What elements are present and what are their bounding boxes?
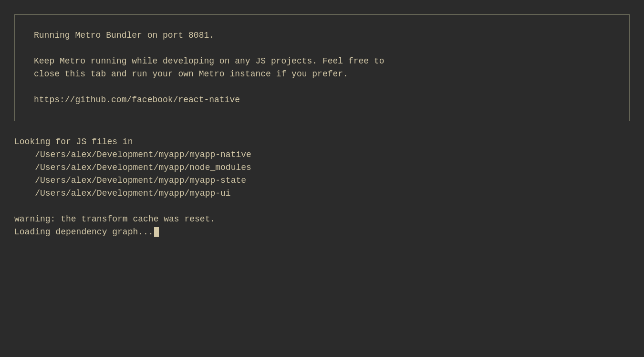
output-section: Looking for JS files in /Users/alex/Deve… xyxy=(14,136,630,239)
path-line-1: /Users/alex/Development/myapp/myapp-nati… xyxy=(14,148,630,161)
banner-spacer-2 xyxy=(34,81,610,94)
path-line-2: /Users/alex/Development/myapp/node_modul… xyxy=(14,161,630,174)
banner-line-1: Running Metro Bundler on port 8081. xyxy=(34,29,610,42)
banner-line-4: https://github.com/facebook/react-native xyxy=(34,94,610,106)
output-spacer xyxy=(14,200,630,213)
terminal-cursor xyxy=(154,227,159,237)
banner-line-2: Keep Metro running while developing on a… xyxy=(34,55,610,68)
path-line-4: /Users/alex/Development/myapp/myapp-ui xyxy=(14,187,630,200)
banner-line-3: close this tab and run your own Metro in… xyxy=(34,68,610,81)
loading-line: Loading dependency graph... xyxy=(14,226,630,239)
looking-line: Looking for JS files in xyxy=(14,136,630,148)
banner-box: Running Metro Bundler on port 8081. Keep… xyxy=(14,14,630,121)
banner-spacer-1 xyxy=(34,42,610,55)
path-line-3: /Users/alex/Development/myapp/myapp-stat… xyxy=(14,174,630,187)
warning-line: warning: the transform cache was reset. xyxy=(14,213,630,226)
